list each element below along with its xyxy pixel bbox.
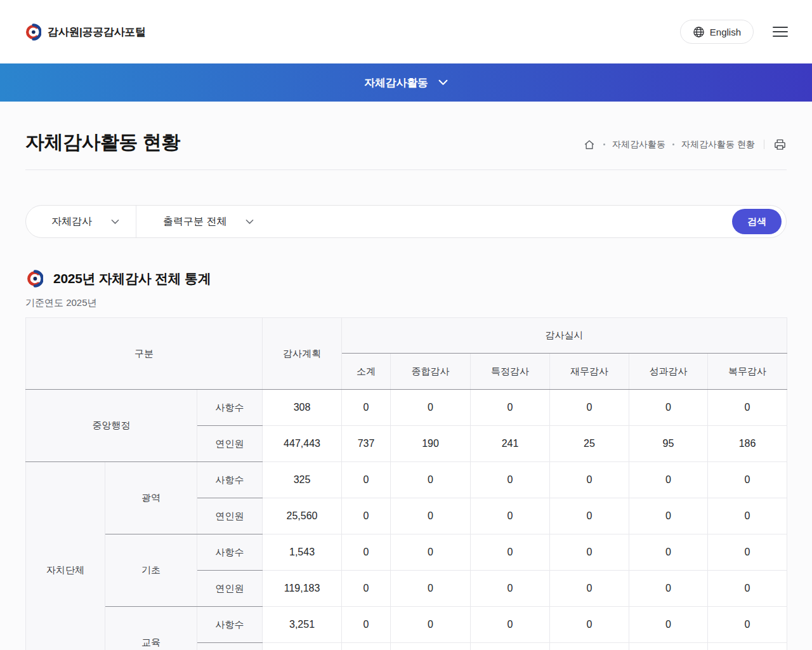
table-row: 자치단체 광역 사항수 325 0 0 0 0 0 0 xyxy=(26,462,787,498)
col-header-service: 복무감사 xyxy=(708,354,787,390)
cell-plan: 25,560 xyxy=(263,498,342,534)
title-row: 자체감사활동 현황 자체감사활동 자체감사활동 현황 xyxy=(25,102,787,170)
cell-value: 0 xyxy=(629,390,708,426)
cell-value: 186 xyxy=(708,426,787,462)
col-header-comprehensive: 종합감사 xyxy=(391,354,471,390)
cell-value: 0 xyxy=(471,498,550,534)
output-type-value: 출력구분 전체 xyxy=(163,215,226,229)
breadcrumb-dot xyxy=(603,143,605,145)
top-header: 감사원|공공감사포털 English xyxy=(0,0,812,63)
table-row: 기초 사항수 1,543 0 0 0 0 0 0 xyxy=(26,534,787,571)
base-year-label: 기준연도 2025년 xyxy=(25,297,787,309)
cell-value: 0 xyxy=(629,534,708,571)
metric-label: 사항수 xyxy=(197,534,263,571)
group-local-government: 자치단체 xyxy=(26,462,105,650)
metric-label xyxy=(197,643,263,650)
table-row: 교육 사항수 3,251 0 0 0 0 0 0 xyxy=(26,607,787,643)
cell-value xyxy=(342,643,391,650)
cell-value: 0 xyxy=(471,607,550,643)
metric-label: 사항수 xyxy=(197,462,263,498)
cell-plan: 447,443 xyxy=(263,426,342,462)
menu-hamburger-icon[interactable] xyxy=(773,27,788,37)
metric-label: 연인원 xyxy=(197,498,263,534)
cell-value: 0 xyxy=(391,534,471,571)
cell-plan: 3,251 xyxy=(263,607,342,643)
col-header-financial: 재무감사 xyxy=(550,354,629,390)
cell-value: 0 xyxy=(342,498,391,534)
cell-value: 0 xyxy=(708,607,787,643)
cell-value: 0 xyxy=(550,534,629,571)
cell-value: 0 xyxy=(629,498,708,534)
home-icon[interactable] xyxy=(584,139,595,150)
cell-value: 0 xyxy=(550,571,629,607)
print-button[interactable] xyxy=(773,138,787,151)
cell-value: 95 xyxy=(629,426,708,462)
audit-type-dropdown[interactable]: 자체감사 xyxy=(26,215,136,229)
col-header-specific: 특정감사 xyxy=(471,354,550,390)
cell-value: 0 xyxy=(471,571,550,607)
nav-menu-self-audit[interactable]: 자체감사활동 xyxy=(364,76,448,90)
cell-value: 0 xyxy=(708,498,787,534)
cell-value xyxy=(629,643,708,650)
page-content: 자체감사활동 현황 자체감사활동 자체감사활동 현황 xyxy=(0,102,812,650)
cell-value: 0 xyxy=(391,462,471,498)
cell-value: 241 xyxy=(471,426,550,462)
primary-navbar: 자체감사활동 xyxy=(0,63,812,102)
cell-value: 0 xyxy=(708,462,787,498)
cell-plan: 308 xyxy=(263,390,342,426)
chevron-down-icon xyxy=(438,79,448,86)
metric-label: 사항수 xyxy=(197,607,263,643)
language-english-label: English xyxy=(710,27,741,37)
language-english-button[interactable]: English xyxy=(680,20,754,44)
stats-section-title: 2025년 자체감사 전체 통계 xyxy=(53,270,211,288)
breadcrumb-dot xyxy=(672,143,674,145)
chevron-down-icon xyxy=(246,219,254,225)
cell-value: 0 xyxy=(471,462,550,498)
site-logo-text: 감사원|공공감사포털 xyxy=(48,25,146,39)
cell-value xyxy=(708,643,787,650)
col-header-conducted: 감사실시 xyxy=(342,318,787,354)
cell-plan: 325 xyxy=(263,462,342,498)
cell-value: 0 xyxy=(391,607,471,643)
cell-value: 0 xyxy=(342,462,391,498)
group-central-admin: 중앙행정 xyxy=(26,390,197,462)
metric-label: 사항수 xyxy=(197,390,263,426)
cell-value: 0 xyxy=(708,571,787,607)
bai-logo-icon xyxy=(25,270,43,288)
metric-label: 연인원 xyxy=(197,426,263,462)
globe-icon xyxy=(693,26,705,38)
metric-label: 연인원 xyxy=(197,571,263,607)
bai-logo-icon xyxy=(24,23,41,41)
cell-plan xyxy=(263,643,342,650)
cell-value: 0 xyxy=(629,571,708,607)
cell-value xyxy=(550,643,629,650)
breadcrumb: 자체감사활동 자체감사활동 현황 xyxy=(584,138,787,151)
subgroup-education: 교육 xyxy=(105,607,197,650)
cell-value: 737 xyxy=(342,426,391,462)
cell-value: 0 xyxy=(471,390,550,426)
breadcrumb-item-current[interactable]: 자체감사활동 현황 xyxy=(681,139,755,150)
col-header-subtotal: 소계 xyxy=(342,354,391,390)
breadcrumb-item-self-audit[interactable]: 자체감사활동 xyxy=(612,139,665,150)
site-logo[interactable]: 감사원|공공감사포털 xyxy=(24,23,146,41)
col-header-performance: 성과감사 xyxy=(629,354,708,390)
cell-value: 0 xyxy=(391,571,471,607)
printer-icon xyxy=(773,138,787,151)
output-type-dropdown[interactable]: 출력구분 전체 xyxy=(136,215,254,229)
cell-value: 0 xyxy=(471,534,550,571)
cell-value: 0 xyxy=(342,534,391,571)
cell-value: 0 xyxy=(629,462,708,498)
cell-value: 0 xyxy=(550,498,629,534)
stats-section-header: 2025년 자체감사 전체 통계 xyxy=(25,270,787,288)
cell-plan: 1,543 xyxy=(263,534,342,571)
filter-bar: 자체감사 출력구분 전체 검색 xyxy=(25,205,787,238)
cell-value: 0 xyxy=(550,607,629,643)
cell-value: 0 xyxy=(550,462,629,498)
audit-type-value: 자체감사 xyxy=(51,215,92,229)
cell-value: 0 xyxy=(550,390,629,426)
subgroup-metropolitan: 광역 xyxy=(105,462,197,534)
page-title: 자체감사활동 현황 xyxy=(25,129,180,156)
col-header-category: 구분 xyxy=(26,318,263,390)
search-button[interactable]: 검색 xyxy=(732,209,782,234)
cell-value: 0 xyxy=(708,390,787,426)
